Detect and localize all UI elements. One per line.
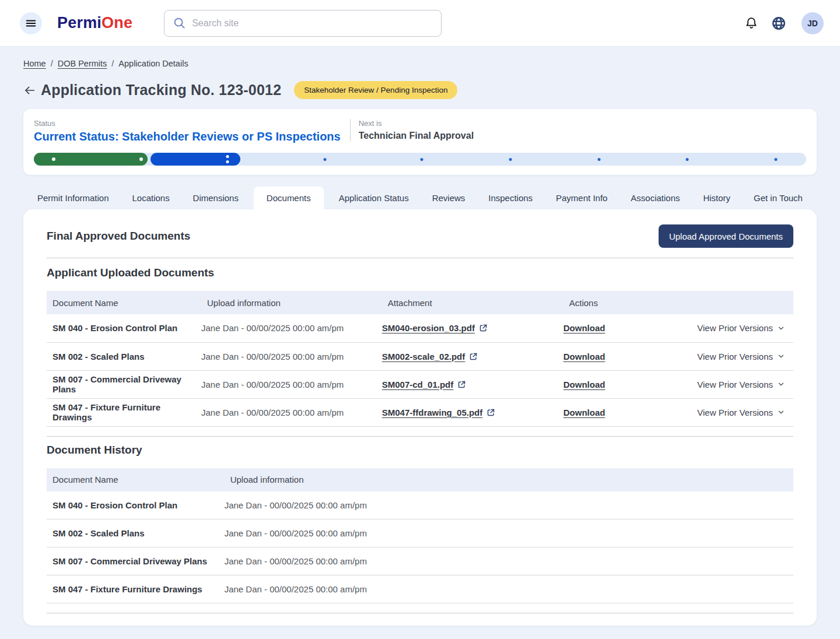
next-status-block: Next is Technician Final Approval xyxy=(350,119,474,141)
progress-stage-dot xyxy=(324,158,327,161)
progress-stage-dot xyxy=(420,158,423,161)
col-document-name: Document Name xyxy=(47,291,201,314)
upload-information: Jane Dan - 00/00/2025 00:00 am/pm xyxy=(201,398,382,426)
user-avatar[interactable]: JD xyxy=(802,12,824,34)
view-prior-versions[interactable]: View Prior Versions xyxy=(697,380,785,389)
download-link[interactable]: Download xyxy=(564,408,606,417)
table-footer-rule xyxy=(47,436,793,437)
col-prior-versions xyxy=(697,291,793,314)
logo-part-red: One xyxy=(102,14,132,31)
language-button[interactable] xyxy=(771,16,786,31)
tab-history[interactable]: History xyxy=(695,187,738,209)
notifications-button[interactable] xyxy=(744,16,758,30)
upload-information: Jane Dan - 00/00/2025 00:00 am/pm xyxy=(201,314,382,342)
table-header-row: Document Name Upload information xyxy=(47,468,793,491)
document-name: SM 002 - Scaled Plans xyxy=(47,519,225,547)
attachment-link[interactable]: SM007-cd_01.pdf xyxy=(382,380,467,389)
back-button[interactable] xyxy=(23,84,36,97)
attachment-link[interactable]: SM002-scale_02.pdf xyxy=(382,352,478,361)
document-name: SM 007 - Commercial Driveway Plans xyxy=(47,370,201,398)
upload-approved-documents-button[interactable]: Upload Approved Documents xyxy=(659,224,793,248)
view-prior-versions-label: View Prior Versions xyxy=(697,323,773,333)
progress-stage-dot xyxy=(775,158,778,161)
view-prior-versions[interactable]: View Prior Versions xyxy=(697,408,785,417)
external-link-icon xyxy=(479,324,488,332)
documents-panel: Final Approved Documents Upload Approved… xyxy=(23,209,817,626)
document-name: SM 047 - Fixture Furniture Drawings xyxy=(47,575,225,603)
chevron-down-icon xyxy=(777,324,785,332)
status-card: Status Current Status: Stakeholder Revie… xyxy=(23,109,817,175)
tab-associations[interactable]: Associations xyxy=(622,187,688,209)
upload-information: Jane Dan - 00/00/2025 00:00 am/pm xyxy=(201,342,382,370)
table-footer-rule xyxy=(47,613,793,613)
tab-permit-information[interactable]: Permit Information xyxy=(29,187,117,209)
view-prior-versions[interactable]: View Prior Versions xyxy=(697,352,785,361)
upload-information: Jane Dan - 00/00/2025 00:00 am/pm xyxy=(225,519,793,547)
search-input[interactable] xyxy=(192,18,433,29)
chevron-down-icon xyxy=(777,352,785,360)
attachment-link[interactable]: SM047-ffdrawing_05.pdf xyxy=(382,408,496,417)
download-link[interactable]: Download xyxy=(564,323,606,333)
search-icon xyxy=(173,16,186,30)
table-row: SM 007 - Commercial Driveway Plans Jane … xyxy=(47,547,793,575)
chevron-down-icon xyxy=(777,408,785,416)
progress-segment-completed xyxy=(34,153,148,166)
app-header: PermiOne JD xyxy=(0,0,840,47)
upload-information: Jane Dan - 00/00/2025 00:00 am/pm xyxy=(225,575,793,603)
final-approved-heading: Final Approved Documents xyxy=(47,230,190,243)
breadcrumb-dob-permits[interactable]: DOB Permits xyxy=(58,59,107,68)
page-content: Home / DOB Permits / Application Details… xyxy=(0,59,840,626)
hamburger-menu-button[interactable] xyxy=(20,12,42,34)
detail-tabs: Permit Information Locations Dimensions … xyxy=(23,187,817,209)
current-status-text: Current Status: Stakeholder Reviews or P… xyxy=(34,130,341,143)
breadcrumb-home[interactable]: Home xyxy=(23,59,46,68)
document-history-table: Document Name Upload information SM 040 … xyxy=(47,468,793,604)
table-row: SM 040 - Erosion Control Plan Jane Dan -… xyxy=(47,314,793,342)
status-badge: Stakeholder Review / Pending Inspection xyxy=(294,81,457,99)
tab-get-in-touch[interactable]: Get in Touch xyxy=(746,187,811,209)
document-name: SM 047 - Fixture Furniture Drawings xyxy=(47,398,201,426)
attachment-link[interactable]: SM040-erosion_03.pdf xyxy=(382,323,488,333)
download-link[interactable]: Download xyxy=(564,380,606,389)
progress-current-stage-marker xyxy=(226,155,229,158)
breadcrumb-current: Application Details xyxy=(118,59,188,68)
chevron-down-icon xyxy=(777,380,785,388)
col-actions: Actions xyxy=(564,291,697,314)
hamburger-icon xyxy=(24,17,37,30)
view-prior-versions[interactable]: View Prior Versions xyxy=(697,323,785,333)
upload-information: Jane Dan - 00/00/2025 00:00 am/pm xyxy=(201,370,382,398)
download-link[interactable]: Download xyxy=(564,352,606,361)
tab-inspections[interactable]: Inspections xyxy=(480,187,541,209)
tab-application-status[interactable]: Application Status xyxy=(331,187,417,209)
app-logo[interactable]: PermiOne xyxy=(57,14,132,32)
table-row: SM 040 - Erosion Control Plan Jane Dan -… xyxy=(47,491,793,519)
header-actions: JD xyxy=(744,12,824,34)
next-label: Next is xyxy=(359,119,474,128)
progress-stage-dot xyxy=(509,158,512,161)
site-search[interactable] xyxy=(164,10,442,37)
view-prior-versions-label: View Prior Versions xyxy=(697,408,773,417)
breadcrumb-separator: / xyxy=(111,59,114,68)
upload-information: Jane Dan - 00/00/2025 00:00 am/pm xyxy=(225,491,793,519)
tab-dimensions[interactable]: Dimensions xyxy=(185,187,247,209)
external-link-icon xyxy=(457,380,466,389)
table-row: SM 047 - Fixture Furniture Drawings Jane… xyxy=(47,575,793,603)
status-label: Status xyxy=(34,119,341,128)
document-name: SM 007 - Commercial Driveway Plans xyxy=(47,547,225,575)
col-upload-information: Upload information xyxy=(225,468,793,491)
document-name: SM 040 - Erosion Control Plan xyxy=(47,491,225,519)
external-link-icon xyxy=(487,408,495,417)
document-name: SM 040 - Erosion Control Plan xyxy=(47,314,201,342)
page-title: Application Tracking No. 123-0012 xyxy=(41,82,281,99)
status-texts: Status Current Status: Stakeholder Revie… xyxy=(34,119,806,143)
tab-locations[interactable]: Locations xyxy=(124,187,177,209)
upload-information: Jane Dan - 00/00/2025 00:00 am/pm xyxy=(225,547,793,575)
attachment-filename: SM002-scale_02.pdf xyxy=(382,352,466,361)
attachment-filename: SM047-ffdrawing_05.pdf xyxy=(382,408,483,417)
table-row: SM 007 - Commercial Driveway Plans Jane … xyxy=(47,370,793,398)
breadcrumb-separator: / xyxy=(51,59,53,68)
tab-documents[interactable]: Documents xyxy=(254,187,324,209)
tab-payment-info[interactable]: Payment Info xyxy=(548,187,615,209)
table-row: SM 047 - Fixture Furniture Drawings Jane… xyxy=(47,398,793,426)
tab-reviews[interactable]: Reviews xyxy=(424,187,474,209)
